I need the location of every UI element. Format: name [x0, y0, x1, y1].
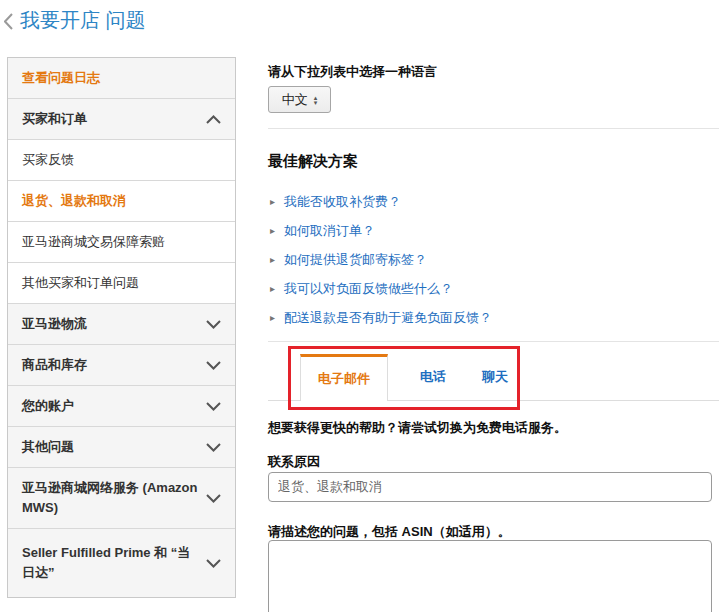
triangle-right-icon: ▸: [270, 313, 275, 323]
faq-link[interactable]: 如何提供退货邮寄标签？: [284, 251, 427, 269]
faq-item: ▸ 如何提供退货邮寄标签？: [268, 245, 719, 274]
sidebar-section-other-issues[interactable]: 其他问题: [8, 426, 235, 467]
sidebar-section-fba[interactable]: 亚马逊物流: [8, 303, 235, 344]
sidebar-section-label: 买家和订单: [22, 110, 206, 128]
triangle-right-icon: ▸: [270, 226, 275, 236]
sidebar-item-buyer-feedback[interactable]: 买家反馈: [8, 139, 235, 180]
triangle-right-icon: ▸: [270, 255, 275, 265]
tab-chat[interactable]: 聊天: [468, 354, 522, 400]
sidebar-item-label: 查看问题日志: [22, 69, 221, 87]
sidebar-section-amazon-mws[interactable]: 亚马逊商城网络服务 (Amazon MWS): [8, 467, 235, 528]
sidebar-section-your-account[interactable]: 您的账户: [8, 385, 235, 426]
sidebar-item-view-case-log[interactable]: 查看问题日志: [8, 58, 235, 98]
helper-text: 想要获得更快的帮助？请尝试切换为免费电话服务。: [268, 419, 567, 437]
main-content: 请从下拉列表中选择一种语言 中文 ▴▾ 最佳解决方案 ▸ 我能否收取补货费？ ▸…: [268, 57, 719, 612]
sidebar-item-atoz-guarantee-claims[interactable]: 亚马逊商城交易保障索赔: [8, 221, 235, 262]
sidebar-section-label: 其他问题: [22, 438, 206, 456]
page: 我要开店 问题 查看问题日志 买家和订单 买家反馈 退货、退款和取消 亚马逊商城…: [0, 0, 719, 612]
divider: [268, 341, 719, 342]
chevron-down-icon: [206, 320, 221, 329]
contact-reason-input[interactable]: [268, 472, 712, 502]
back-chevron-icon[interactable]: [4, 13, 13, 30]
triangle-right-icon: ▸: [270, 284, 275, 294]
page-title: 我要开店 问题: [20, 7, 146, 34]
sidebar-section-products-inventory[interactable]: 商品和库存: [8, 344, 235, 385]
sidebar-item-label: 买家反馈: [22, 151, 221, 169]
faq-link[interactable]: 如何取消订单？: [284, 222, 375, 240]
faq-item: ▸ 如何取消订单？: [268, 216, 719, 245]
sidebar-section-label: 亚马逊商城网络服务 (Amazon MWS): [22, 478, 206, 518]
faq-item: ▸ 我能否收取补货费？: [268, 187, 719, 216]
language-select[interactable]: 中文 ▴▾: [268, 86, 331, 113]
triangle-right-icon: ▸: [270, 197, 275, 207]
contact-method-tabs: 电子邮件 电话 聊天: [268, 354, 719, 401]
chevron-down-icon: [206, 361, 221, 370]
best-solutions-heading: 最佳解决方案: [268, 152, 358, 171]
description-textarea[interactable]: [268, 540, 712, 612]
sidebar-section-label: 您的账户: [22, 397, 206, 415]
chevron-down-icon: [206, 402, 221, 411]
sidebar-section-label: Seller Fulfilled Prime 和 “当日达”: [22, 543, 206, 583]
language-label: 请从下拉列表中选择一种语言: [268, 63, 437, 81]
sidebar-item-label: 退货、退款和取消: [22, 192, 221, 210]
page-header: 我要开店 问题: [4, 7, 146, 34]
chevron-down-icon: [206, 443, 221, 452]
description-label: 请描述您的问题，包括 ASIN（如适用）。: [268, 523, 511, 541]
faq-link[interactable]: 我能否收取补货费？: [284, 193, 401, 211]
language-select-value: 中文: [282, 91, 308, 109]
divider: [268, 128, 719, 129]
chevron-down-icon: [206, 559, 221, 568]
tab-phone[interactable]: 电话: [406, 354, 460, 400]
sidebar-item-label: 其他买家和订单问题: [22, 274, 221, 292]
select-arrows-icon: ▴▾: [314, 95, 318, 105]
sidebar-section-label: 亚马逊物流: [22, 315, 206, 333]
sidebar-item-other-buyer-order-issues[interactable]: 其他买家和订单问题: [8, 262, 235, 303]
sidebar-section-label: 商品和库存: [22, 356, 206, 374]
tab-email[interactable]: 电子邮件: [300, 354, 388, 401]
sidebar-section-buyers-and-orders[interactable]: 买家和订单: [8, 98, 235, 139]
sidebar-section-seller-fulfilled-prime[interactable]: Seller Fulfilled Prime 和 “当日达”: [8, 528, 235, 597]
sidebar-item-label: 亚马逊商城交易保障索赔: [22, 233, 221, 251]
sidebar-item-returns-refunds-cancellations[interactable]: 退货、退款和取消: [8, 180, 235, 221]
faq-link[interactable]: 配送退款是否有助于避免负面反馈？: [284, 309, 492, 327]
faq-list: ▸ 我能否收取补货费？ ▸ 如何取消订单？ ▸ 如何提供退货邮寄标签？ ▸ 我可…: [268, 187, 719, 332]
chevron-down-icon: [206, 494, 221, 503]
sidebar: 查看问题日志 买家和订单 买家反馈 退货、退款和取消 亚马逊商城交易保障索赔 其…: [7, 57, 236, 598]
faq-link[interactable]: 我可以对负面反馈做些什么？: [284, 280, 453, 298]
faq-item: ▸ 配送退款是否有助于避免负面反馈？: [268, 303, 719, 332]
chevron-up-icon: [206, 115, 221, 124]
faq-item: ▸ 我可以对负面反馈做些什么？: [268, 274, 719, 303]
contact-reason-label: 联系原因: [268, 453, 320, 471]
